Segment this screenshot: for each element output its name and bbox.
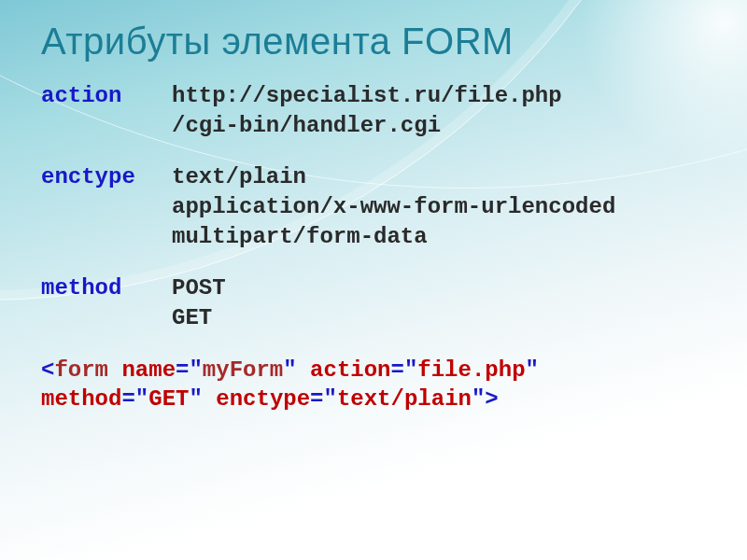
slide: Атрибуты элемента FORM action http://spe… [0, 0, 747, 560]
attr-row-enctype: enctype text/plain application/x-www-for… [41, 162, 710, 251]
code-token: = [391, 357, 404, 383]
code-token: enctype [216, 386, 310, 412]
code-token: " [189, 386, 202, 412]
code-token: GET [148, 386, 189, 412]
code-token: < [41, 357, 54, 383]
code-token: " [404, 357, 417, 383]
code-token: name [121, 357, 176, 383]
code-token [203, 386, 216, 412]
code-token: method [41, 386, 121, 412]
attr-values: http://specialist.ru/file.php /cgi-bin/h… [172, 81, 710, 140]
code-token: " [472, 386, 485, 412]
attr-values: text/plain application/x-www-form-urlenc… [172, 162, 710, 251]
code-token [297, 357, 310, 383]
attributes-table: action http://specialist.ru/file.php /cg… [41, 81, 710, 333]
attr-row-method: method POST GET [41, 273, 710, 332]
code-token: = [121, 386, 134, 412]
code-token: myForm [203, 357, 283, 383]
slide-title: Атрибуты элемента FORM [41, 21, 710, 63]
code-token: " [283, 357, 296, 383]
code-line: <form name="myForm" action="file.php" [41, 356, 710, 385]
code-token: action [310, 357, 390, 383]
attr-label: enctype [41, 162, 172, 251]
code-token: form [54, 357, 108, 383]
attr-label: action [41, 81, 172, 140]
code-line: method="GET" enctype="text/plain"> [41, 385, 710, 414]
slide-content: Атрибуты элемента FORM action http://spe… [0, 0, 747, 442]
code-token: " [526, 357, 539, 383]
attr-value: text/plain [172, 162, 710, 192]
code-token: = [176, 357, 189, 383]
code-token: file.php [417, 357, 525, 383]
code-token: " [135, 386, 148, 412]
attr-value: GET [172, 303, 710, 333]
attr-row-action: action http://specialist.ru/file.php /cg… [41, 81, 710, 140]
attr-value: application/x-www-form-urlencoded [172, 192, 710, 222]
attr-value: http://specialist.ru/file.php [172, 81, 710, 111]
code-token [108, 357, 121, 383]
code-token: > [485, 386, 498, 412]
attr-value: POST [172, 273, 710, 303]
attr-value: /cgi-bin/handler.cgi [172, 111, 710, 141]
code-token: = [310, 386, 323, 412]
code-token: text/plain [337, 386, 472, 412]
code-token: " [324, 386, 337, 412]
attr-value: multipart/form-data [172, 222, 710, 252]
code-token: " [189, 357, 202, 383]
attr-label: method [41, 273, 172, 332]
code-example: <form name="myForm" action="file.php" me… [41, 356, 710, 414]
attr-values: POST GET [172, 273, 710, 332]
